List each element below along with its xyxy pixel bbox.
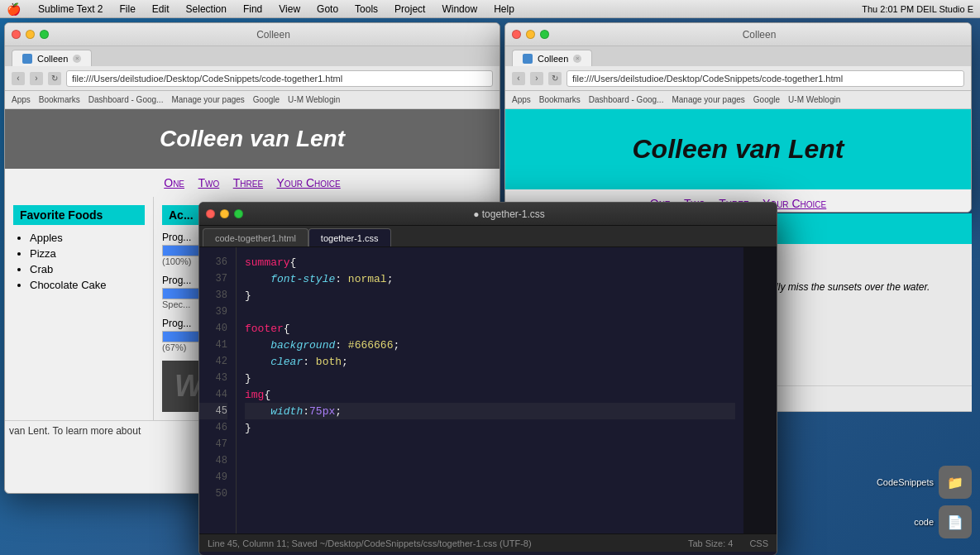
bookmark-umich-right[interactable]: U-M Weblogin <box>788 95 840 104</box>
menubar-goto[interactable]: Goto <box>314 2 341 16</box>
bookmark-google-right[interactable]: Google <box>753 95 780 104</box>
bookmark-bookmarks-left[interactable]: Bookmarks <box>39 95 80 104</box>
foods-header: Favorite Foods <box>13 205 145 225</box>
site-title-left: Colleen van Lent <box>22 126 483 152</box>
bookmark-bookmarks-right[interactable]: Bookmarks <box>539 95 581 104</box>
menubar-right: Thu 2:01 PM DEIL Studio E <box>862 4 973 14</box>
line-num-37: 37 <box>199 270 227 287</box>
editor-minimap <box>743 247 777 533</box>
close-button-right[interactable] <box>512 30 521 39</box>
line-num-40: 40 <box>199 320 227 337</box>
browser-addressbar-left: ‹ › ↻ file:///Users/deilstudioe/Desktop/… <box>5 66 500 91</box>
editor-minimize-button[interactable] <box>220 209 229 218</box>
close-button-left[interactable] <box>12 30 21 39</box>
desktop: Colleen Colleen × ‹ › ↻ file:///Users/de… <box>0 18 980 555</box>
reload-button-right[interactable]: ↻ <box>548 72 562 85</box>
bookmark-google-left[interactable]: Google <box>253 95 280 104</box>
browser-titlebar-left: Colleen <box>5 23 500 46</box>
desktop-icon-codesnippets-label: CodeSnippets <box>877 477 934 487</box>
code-line-47 <box>245 436 735 452</box>
menubar-selection[interactable]: Selection <box>184 2 229 16</box>
line-num-38: 38 <box>199 287 227 304</box>
editor-statusbar: Line 45, Column 11; Saved ~/Desktop/Code… <box>199 533 777 552</box>
code-line-46: } <box>245 419 735 436</box>
menubar-clock: Thu 2:01 PM DEIL Studio E <box>862 4 973 14</box>
editor-tab-html[interactable]: code-together1.html <box>203 228 308 246</box>
desktop-icon-code-label: code <box>914 517 934 527</box>
maximize-button-left[interactable] <box>40 30 49 39</box>
site-title-right: Colleen van Lent <box>530 134 946 165</box>
desktop-icons: CodeSnippets 📁 code 📄 <box>877 466 972 538</box>
nav-yourchoice-left[interactable]: Your Choice <box>277 176 341 189</box>
nav-one-left[interactable]: One <box>164 176 184 189</box>
menubar-project[interactable]: Project <box>392 2 428 16</box>
forward-button-left[interactable]: › <box>30 72 43 85</box>
editor-close-button[interactable] <box>206 209 215 218</box>
desktop-icon-codesnippets[interactable]: CodeSnippets 📁 <box>877 466 972 499</box>
reload-button-left[interactable]: ↻ <box>48 72 61 85</box>
menubar-edit[interactable]: Edit <box>150 2 172 16</box>
line-num-45: 45 <box>199 403 227 419</box>
menubar-file[interactable]: File <box>117 2 138 16</box>
code-area[interactable]: summary{ font-style: normal; } footer{ b… <box>237 247 743 533</box>
line-num-42: 42 <box>199 353 227 370</box>
code-line-36: summary{ <box>245 254 735 270</box>
minimize-button-right[interactable] <box>526 30 535 39</box>
forward-button-right[interactable]: › <box>530 72 543 85</box>
menubar-tools[interactable]: Tools <box>352 2 380 16</box>
site-header-left: Colleen van Lent <box>5 109 500 169</box>
browser-tab-label-left: Colleen <box>37 54 68 64</box>
nav-two-left[interactable]: Two <box>198 176 219 189</box>
menubar-window[interactable]: Window <box>439 2 480 16</box>
bookmark-dashboard-right[interactable]: Dashboard - Goog... <box>589 95 664 104</box>
desktop-icon-code[interactable]: code 📄 <box>914 505 972 538</box>
menubar-view[interactable]: View <box>276 2 303 16</box>
browser-addressbar-right: ‹ › ↻ file:///Users/deilstudioe/Desktop/… <box>505 66 971 91</box>
food-item-2: Pizza <box>30 247 145 260</box>
minimize-button-left[interactable] <box>26 30 35 39</box>
editor-maximize-button[interactable] <box>234 209 243 218</box>
line-num-41: 41 <box>199 337 227 353</box>
apple-icon[interactable]: 🍎 <box>7 2 21 16</box>
bookmark-manage-right[interactable]: Manage your pages <box>672 95 744 104</box>
editor-tab-css[interactable]: together-1.css <box>308 228 391 246</box>
bookmark-apps-right[interactable]: Apps <box>512 95 531 104</box>
editor-tab-css-label: together-1.css <box>321 233 379 243</box>
code-line-37: font-style: normal; <box>245 270 735 287</box>
site-header-right: Colleen van Lent <box>505 109 971 189</box>
browser-tab-right[interactable]: Colleen × <box>512 50 592 66</box>
code-line-45: width:75px; <box>245 403 735 419</box>
line-num-39: 39 <box>199 304 227 320</box>
address-bar-right[interactable]: file:///Users/deilstudioe/Desktop/CodeSn… <box>566 70 964 87</box>
foods-column: Favorite Foods Apples Pizza Crab Chocola… <box>5 197 154 420</box>
editor-body: 36 37 38 39 40 41 42 43 44 45 46 47 48 4… <box>199 247 777 533</box>
maximize-button-right[interactable] <box>540 30 549 39</box>
line-numbers: 36 37 38 39 40 41 42 43 44 45 46 47 48 4… <box>199 247 237 533</box>
menubar-help[interactable]: Help <box>491 2 517 16</box>
bookmarks-bar-right: Apps Bookmarks Dashboard - Goog... Manag… <box>505 91 971 109</box>
editor-titlebar: ● together-1.css <box>199 203 777 226</box>
bookmarks-bar-left: Apps Bookmarks Dashboard - Goog... Manag… <box>5 91 500 109</box>
back-button-left[interactable]: ‹ <box>12 72 25 85</box>
food-item-4: Chocolate Cake <box>30 279 145 291</box>
browser-tab-left[interactable]: Colleen × <box>12 50 92 66</box>
back-button-right[interactable]: ‹ <box>512 72 525 85</box>
bookmark-manage-left[interactable]: Manage your pages <box>171 95 244 104</box>
code-line-39 <box>245 304 735 320</box>
browser-tab-bar-left: Colleen × <box>5 46 500 66</box>
site-nav-left: One Two Three Your Choice <box>5 169 500 197</box>
address-bar-left[interactable]: file:///Users/deilstudioe/Desktop/CodeSn… <box>66 70 493 87</box>
bookmark-dashboard-left[interactable]: Dashboard - Goog... <box>88 95 164 104</box>
editor-tab-html-label: code-together1.html <box>215 233 296 243</box>
bookmark-apps-left[interactable]: Apps <box>12 95 31 104</box>
menubar-app-name[interactable]: Sublime Text 2 <box>36 2 106 16</box>
tab-close-right[interactable]: × <box>573 55 581 63</box>
bookmark-umich-left[interactable]: U-M Weblogin <box>288 95 340 104</box>
editor-window: ● together-1.css code-together1.html tog… <box>198 202 777 555</box>
tab-close-left[interactable]: × <box>73 55 81 63</box>
desktop-icon-code-img: 📄 <box>939 505 972 538</box>
nav-three-left[interactable]: Three <box>233 176 263 189</box>
code-line-40: footer{ <box>245 320 735 337</box>
food-item-3: Crab <box>30 263 145 275</box>
menubar-find[interactable]: Find <box>241 2 265 16</box>
